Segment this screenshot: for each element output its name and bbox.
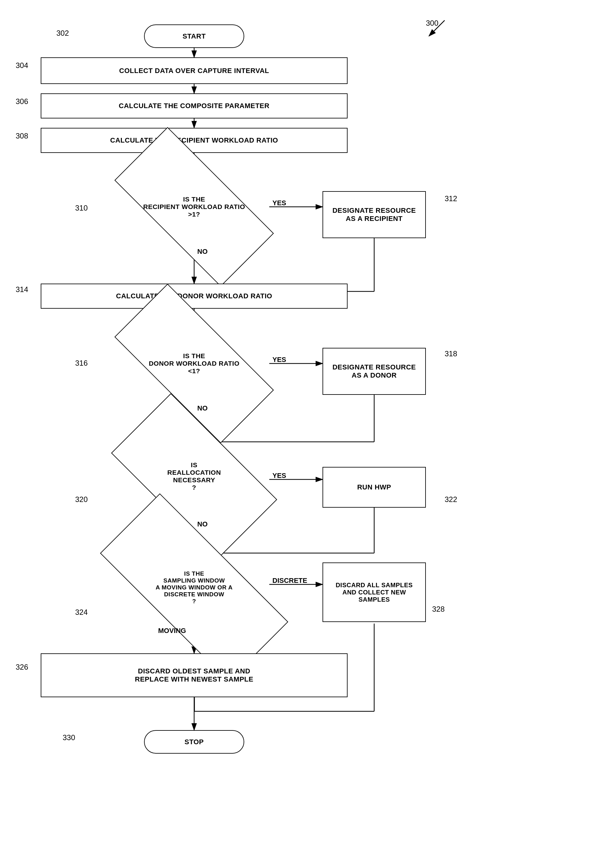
ref-312: 312 xyxy=(445,194,457,203)
n318-node: DESIGNATE RESOURCEAS A DONOR xyxy=(322,348,426,395)
ref-302: 302 xyxy=(56,29,69,38)
ref-318: 318 xyxy=(445,349,457,358)
moving-label: MOVING xyxy=(158,627,186,635)
ref-304: 304 xyxy=(16,61,28,70)
start-node: START xyxy=(144,24,244,48)
n314-node: CALCULATE THE DONOR WORKLOAD RATIO xyxy=(41,284,348,309)
n322-node: RUN HWP xyxy=(322,467,426,508)
ref-308: 308 xyxy=(16,131,28,140)
yes2-label: YES xyxy=(272,356,286,364)
n320-label: ISREALLOCATIONNECESSARY? xyxy=(120,435,269,518)
ref300-arrow xyxy=(420,17,451,42)
n326-label: DISCARD OLDEST SAMPLE ANDREPLACE WITH NE… xyxy=(135,667,253,684)
ref-330: 330 xyxy=(63,733,75,742)
svg-line-27 xyxy=(429,20,445,36)
n326-node: DISCARD OLDEST SAMPLE ANDREPLACE WITH NE… xyxy=(41,654,348,697)
discrete-label: DISCRETE xyxy=(272,577,307,585)
n328-node: DISCARD ALL SAMPLESAND COLLECT NEWSAMPLE… xyxy=(322,563,426,622)
n324-label: IS THESAMPLING WINDOWA MOVING WINDOW OR … xyxy=(104,546,284,629)
ref-320: 320 xyxy=(75,495,88,504)
ref-310: 310 xyxy=(75,204,88,213)
n312-node: DESIGNATE RESOURCEAS A RECIPIENT xyxy=(322,191,426,238)
no3-label: NO xyxy=(197,520,208,528)
n312-label: DESIGNATE RESOURCEAS A RECIPIENT xyxy=(333,207,416,223)
n318-label: DESIGNATE RESOURCEAS A DONOR xyxy=(333,363,416,379)
yes3-label: YES xyxy=(272,472,286,480)
n304-node: COLLECT DATA OVER CAPTURE INTERVAL xyxy=(41,57,348,84)
n308-label: CALCULATE THE RECIPIENT WORKLOAD RATIO xyxy=(110,136,278,145)
ref-322: 322 xyxy=(445,495,457,504)
ref-324: 324 xyxy=(75,608,88,617)
n316-label: IS THEDONOR WORKLOAD RATIO<1? xyxy=(120,326,269,400)
n304-label: COLLECT DATA OVER CAPTURE INTERVAL xyxy=(119,67,269,75)
n306-node: CALCULATE THE COMPOSITE PARAMETER xyxy=(41,94,348,118)
ref-314: 314 xyxy=(16,285,28,294)
ref-326: 326 xyxy=(16,663,28,672)
flowchart-container: 300 302 START 304 COLLECT DATA OVER CAPT… xyxy=(0,0,599,868)
n322-label: RUN HWP xyxy=(357,483,391,491)
no2-label: NO xyxy=(197,404,208,412)
yes1-label: YES xyxy=(272,199,286,207)
n328-label: DISCARD ALL SAMPLESAND COLLECT NEWSAMPLE… xyxy=(336,581,413,603)
no1-label: NO xyxy=(197,248,208,256)
n310-label: IS THERECIPIENT WORKLOAD RATIO>1? xyxy=(120,170,269,244)
n308-node: CALCULATE THE RECIPIENT WORKLOAD RATIO xyxy=(41,128,348,153)
stop-node: STOP xyxy=(144,730,244,753)
stop-label: STOP xyxy=(184,738,204,746)
n306-label: CALCULATE THE COMPOSITE PARAMETER xyxy=(119,102,269,110)
ref-328: 328 xyxy=(432,605,445,614)
start-label: START xyxy=(182,32,206,41)
n314-label: CALCULATE THE DONOR WORKLOAD RATIO xyxy=(116,292,272,300)
ref-306: 306 xyxy=(16,97,28,106)
ref-316: 316 xyxy=(75,359,88,368)
